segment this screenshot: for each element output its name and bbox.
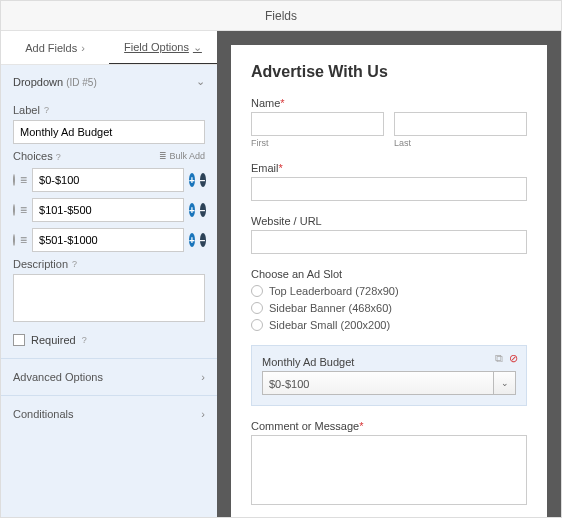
chevron-right-icon: › <box>201 371 205 383</box>
field-actions: ⧉ ⊘ <box>495 352 518 365</box>
choice-default-radio[interactable] <box>13 204 15 216</box>
form-title: Advertise With Us <box>251 63 527 81</box>
help-icon[interactable]: ? <box>82 335 87 345</box>
duplicate-icon[interactable]: ⧉ <box>495 352 503 365</box>
drag-handle-icon[interactable]: ≡ <box>20 203 27 217</box>
last-name-input[interactable] <box>394 112 527 136</box>
field-type-label: Dropdown (ID #5) <box>13 76 97 88</box>
description-caption-row: Description ? <box>13 258 205 270</box>
choice-input[interactable] <box>32 228 184 252</box>
top-bar: Fields <box>1 1 561 31</box>
choice-default-radio[interactable] <box>13 174 15 186</box>
bulk-add-link[interactable]: ≣ Bulk Add <box>159 151 205 161</box>
choices-caption: Choices <box>13 150 53 162</box>
remove-choice-button[interactable]: − <box>200 233 206 247</box>
first-name-input[interactable] <box>251 112 384 136</box>
choice-default-radio[interactable] <box>13 234 15 246</box>
description-input[interactable] <box>13 274 205 322</box>
dropdown-value: $0-$100 <box>262 371 494 395</box>
name-field-group: Name* First Last <box>251 97 527 148</box>
website-input[interactable] <box>251 230 527 254</box>
remove-choice-button[interactable]: − <box>200 173 206 187</box>
adslot-option[interactable]: Sidebar Banner (468x60) <box>251 302 527 314</box>
help-icon[interactable]: ? <box>72 259 77 269</box>
adslot-option[interactable]: Sidebar Small (200x200) <box>251 319 527 331</box>
adslot-label: Choose an Ad Slot <box>251 268 527 280</box>
advanced-options-toggle[interactable]: Advanced Options › <box>1 358 217 395</box>
panel-tabs: Add Fields › Field Options ⌄ <box>1 31 217 65</box>
choice-row: ≡ + − <box>13 168 205 192</box>
label-caption-row: Label ? <box>13 104 205 116</box>
choice-input[interactable] <box>32 198 184 222</box>
conditionals-toggle[interactable]: Conditionals › <box>1 395 217 432</box>
preview-area: Advertise With Us Name* First Last <box>217 31 561 518</box>
required-label: Required <box>31 334 76 346</box>
adslot-option-label: Sidebar Small (200x200) <box>269 319 390 331</box>
email-label: Email* <box>251 162 527 174</box>
active-dropdown-field[interactable]: ⧉ ⊘ Monthly Ad Budget $0-$100 ⌄ <box>251 345 527 406</box>
top-bar-title: Fields <box>265 9 297 23</box>
first-name-wrap: First <box>251 112 384 148</box>
field-id: (ID #5) <box>66 77 97 88</box>
choice-row: ≡ + − <box>13 198 205 222</box>
tab-field-options-label: Field Options <box>124 41 189 53</box>
drag-handle-icon[interactable]: ≡ <box>20 173 27 187</box>
choices-caption-wrap: Choices ? <box>13 150 61 162</box>
adslot-option[interactable]: Top Leaderboard (728x90) <box>251 285 527 297</box>
left-panel: Add Fields › Field Options ⌄ Dropdown (I… <box>1 31 217 518</box>
drag-handle-icon[interactable]: ≡ <box>20 233 27 247</box>
required-row: Required ? <box>13 334 205 346</box>
label-input[interactable] <box>13 120 205 144</box>
email-input[interactable] <box>251 177 527 201</box>
last-sublabel: Last <box>394 138 527 148</box>
adslot-field-group: Choose an Ad Slot Top Leaderboard (728x9… <box>251 268 527 331</box>
field-header[interactable]: Dropdown (ID #5) ⌄ <box>1 65 217 98</box>
website-field-group: Website / URL <box>251 215 527 254</box>
tab-field-options[interactable]: Field Options ⌄ <box>109 31 217 64</box>
radio-icon <box>251 302 263 314</box>
help-icon[interactable]: ? <box>44 105 49 115</box>
tab-add-fields-label: Add Fields <box>25 42 77 54</box>
required-star-icon: * <box>279 162 283 174</box>
chevron-right-icon: › <box>201 408 205 420</box>
website-label: Website / URL <box>251 215 527 227</box>
last-name-wrap: Last <box>394 112 527 148</box>
conditionals-label: Conditionals <box>13 408 74 420</box>
adslot-option-label: Sidebar Banner (468x60) <box>269 302 392 314</box>
comment-input[interactable] <box>251 435 527 505</box>
first-sublabel: First <box>251 138 384 148</box>
dropdown-label: Monthly Ad Budget <box>262 356 516 368</box>
chevron-right-icon: › <box>81 42 85 54</box>
help-icon[interactable]: ? <box>56 152 61 162</box>
name-grid: First Last <box>251 112 527 148</box>
bulk-add-label: Bulk Add <box>169 151 205 161</box>
chevron-down-icon: ⌄ <box>494 371 516 395</box>
required-star-icon: * <box>280 97 284 109</box>
name-label: Name* <box>251 97 527 109</box>
add-choice-button[interactable]: + <box>189 173 195 187</box>
required-star-icon: * <box>359 420 363 432</box>
form-preview: Advertise With Us Name* First Last <box>231 45 547 518</box>
remove-choice-button[interactable]: − <box>200 203 206 217</box>
tab-add-fields[interactable]: Add Fields › <box>1 31 109 64</box>
main: Add Fields › Field Options ⌄ Dropdown (I… <box>1 31 561 518</box>
field-options-panel: Dropdown (ID #5) ⌄ Label ? Choices ? <box>1 65 217 518</box>
comment-field-group: Comment or Message* <box>251 420 527 507</box>
add-choice-button[interactable]: + <box>189 233 195 247</box>
required-checkbox[interactable] <box>13 334 25 346</box>
comment-label: Comment or Message* <box>251 420 527 432</box>
chevron-down-icon: ⌄ <box>193 41 202 54</box>
choice-row: ≡ + − <box>13 228 205 252</box>
field-options-body: Label ? Choices ? ≣ Bulk Add ≡ <box>1 104 217 358</box>
add-choice-button[interactable]: + <box>189 203 195 217</box>
label-caption: Label <box>13 104 40 116</box>
choice-input[interactable] <box>32 168 184 192</box>
dropdown-select[interactable]: $0-$100 ⌄ <box>262 371 516 395</box>
delete-icon[interactable]: ⊘ <box>509 352 518 365</box>
advanced-options-label: Advanced Options <box>13 371 103 383</box>
adslot-option-label: Top Leaderboard (728x90) <box>269 285 399 297</box>
list-icon: ≣ <box>159 151 167 161</box>
description-caption: Description <box>13 258 68 270</box>
radio-icon <box>251 285 263 297</box>
chevron-down-icon: ⌄ <box>196 75 205 88</box>
